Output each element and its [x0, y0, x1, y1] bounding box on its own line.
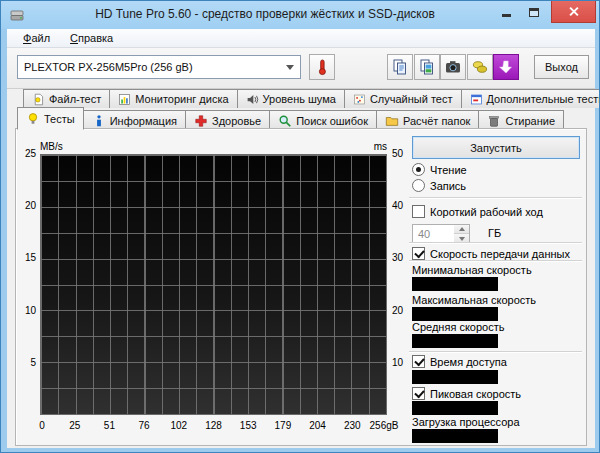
folder-icon — [385, 114, 399, 128]
start-button-label: Запустить — [470, 142, 522, 154]
transfer-rate-checkbox[interactable] — [412, 247, 425, 260]
close-icon — [568, 6, 579, 17]
chevron-down-icon — [286, 65, 294, 70]
x-tick: 179 — [275, 420, 292, 431]
maximize-icon — [529, 8, 539, 17]
avg-speed-value-box — [412, 334, 498, 348]
y-left-tick: 25 — [16, 148, 36, 159]
separator — [409, 242, 582, 244]
disk-monitor-icon — [118, 93, 131, 106]
maximize-button[interactable] — [520, 1, 547, 23]
temperature-icon — [313, 58, 331, 76]
x-tick: 51 — [104, 420, 115, 431]
copy-image-button[interactable] — [414, 54, 440, 80]
tab-erase[interactable]: Стирание — [478, 110, 564, 130]
tab-random-test[interactable]: Случайный тест — [344, 89, 462, 108]
speaker-icon — [246, 93, 259, 106]
burst-rate-row: Пиковая скорость — [412, 387, 521, 400]
menu-file[interactable]: Файл — [15, 30, 58, 46]
access-time-label: Время доступа — [430, 356, 507, 368]
file-test-icon — [32, 93, 45, 106]
tab-label: Здоровье — [212, 115, 261, 127]
x-tick: 25 — [69, 420, 80, 431]
drive-select[interactable]: PLEXTOR PX-256M5Pro (256 gB) — [17, 55, 301, 79]
tab-disk-monitor[interactable]: Мониторинг диска — [109, 89, 237, 108]
burst-rate-checkbox[interactable] — [412, 387, 425, 400]
tab-extra-tests[interactable]: Дополнительные тесты — [461, 89, 600, 108]
x-tick: 102 — [170, 420, 187, 431]
tab-label: Стирание — [505, 115, 555, 127]
tab-file-test[interactable]: Файл-тест — [23, 89, 110, 108]
y-left-tick: 10 — [16, 305, 36, 316]
copy-text-button[interactable] — [387, 54, 413, 80]
exit-label: Выход — [545, 61, 578, 73]
tab-health[interactable]: Здоровье — [185, 110, 270, 130]
tab-label: Информация — [110, 115, 177, 127]
minimize-icon — [502, 14, 511, 17]
tab-label: Файл-тест — [49, 93, 101, 105]
copy-text-icon — [391, 58, 409, 76]
trash-icon — [487, 114, 501, 128]
transfer-rate-row: Скорость передачи данных — [412, 247, 570, 260]
extra-tests-icon — [470, 93, 483, 106]
drive-select-value: PLEXTOR PX-256M5Pro (256 gB) — [24, 61, 193, 73]
read-radio[interactable] — [412, 163, 425, 176]
menu-help[interactable]: Справка — [62, 30, 121, 46]
tab-tests[interactable]: Тесты — [17, 107, 84, 130]
tab-noise-level[interactable]: Уровень шума — [237, 89, 345, 108]
client-area: Файл Справка PLEXTOR PX-256M5Pro (256 gB… — [7, 29, 595, 448]
short-stroke-unit: ГБ — [488, 227, 501, 239]
minimize-button[interactable] — [493, 1, 520, 23]
toolbar: PLEXTOR PX-256M5Pro (256 gB) — [7, 48, 595, 89]
read-radio-label: Чтение — [430, 164, 467, 176]
y-right-axis-label: ms — [346, 141, 387, 152]
short-stroke-input[interactable] — [413, 225, 455, 243]
window-title: HD Tune Pro 5.60 - средство проверки жёс… — [41, 7, 489, 21]
write-radio-label: Запись — [430, 180, 466, 192]
spinner-up-icon[interactable] — [454, 225, 469, 234]
health-cross-icon — [194, 114, 208, 128]
short-stroke-spinner — [412, 224, 470, 244]
min-speed-value-box — [412, 277, 498, 291]
write-radio[interactable] — [412, 179, 425, 192]
download-button[interactable] — [493, 54, 519, 80]
tab-error-scan[interactable]: Поиск ошибок — [269, 110, 377, 130]
separator — [409, 197, 582, 199]
x-tick: 76 — [139, 420, 150, 431]
start-button[interactable]: Запустить — [412, 136, 580, 159]
save-icon — [471, 58, 489, 76]
tab-information[interactable]: Информация — [83, 110, 186, 130]
cpu-usage-value-box — [412, 429, 498, 443]
x-tick: 204 — [309, 420, 326, 431]
tab-folder-usage[interactable]: Расчёт папок — [376, 110, 479, 130]
temperature-button[interactable] — [309, 54, 335, 80]
x-tick: 128 — [205, 420, 222, 431]
access-time-value-box — [412, 370, 498, 384]
short-stroke-label: Короткий рабочий ход — [430, 206, 543, 218]
max-speed-value-box — [412, 307, 498, 321]
app-drive-icon — [9, 7, 25, 23]
save-button[interactable] — [467, 54, 493, 80]
short-stroke-checkbox[interactable] — [412, 205, 425, 218]
y-left-tick: 15 — [16, 252, 36, 263]
exit-button[interactable]: Выход — [534, 55, 589, 79]
random-test-icon — [353, 93, 366, 106]
screenshot-icon — [444, 58, 462, 76]
burst-rate-label: Пиковая скорость — [430, 388, 521, 400]
tab-label: Дополнительные тесты — [487, 93, 600, 105]
write-radio-row: Запись — [412, 179, 466, 192]
tab-label: Тесты — [44, 113, 75, 125]
tests-tab-page: MB/s ms 25 20 15 10 5 50 40 30 20 10 0 2… — [15, 128, 587, 446]
tab-label: Мониторинг диска — [135, 93, 228, 105]
access-time-checkbox[interactable] — [412, 355, 425, 368]
benchmark-chart — [40, 154, 387, 415]
x-tick: 256gB — [370, 420, 399, 431]
close-button[interactable] — [551, 1, 596, 23]
download-icon — [497, 58, 515, 76]
screenshot-button[interactable] — [440, 54, 466, 80]
x-tick: 0 — [39, 420, 45, 431]
tab-label: Уровень шума — [263, 93, 336, 105]
separator — [409, 260, 582, 262]
access-time-row: Время доступа — [412, 355, 507, 368]
y-left-axis-label: MB/s — [40, 141, 63, 152]
